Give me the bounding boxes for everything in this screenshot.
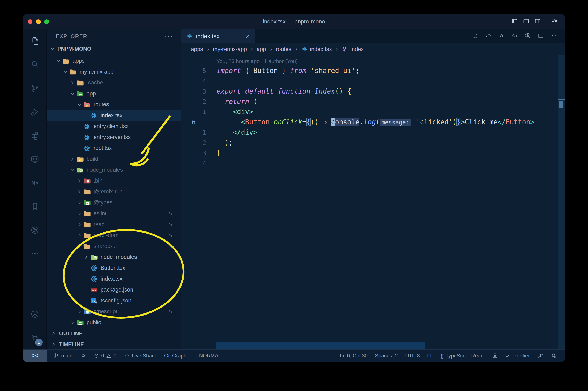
explorer-icon[interactable] [23, 29, 46, 53]
timeline-section-header[interactable]: TIMELINE [47, 339, 181, 349]
chevron-right-icon[interactable] [69, 156, 76, 163]
breadcrumb-index-tsx[interactable]: index.tsx [310, 46, 332, 52]
remote-indicator[interactable]: >< [23, 350, 47, 362]
extensions-icon[interactable] [23, 123, 46, 147]
breadcrumb-symbol-index[interactable]: Index [350, 46, 364, 52]
tree-item-public[interactable]: public [47, 317, 181, 328]
toggle-panel-icon[interactable] [523, 18, 529, 25]
go-back-icon[interactable] [485, 32, 491, 40]
chevron-down-icon[interactable] [55, 58, 62, 65]
code-line[interactable]: 3} [181, 148, 557, 158]
breadcrumb-routes[interactable]: routes [276, 46, 291, 52]
breadcrumb-apps[interactable]: apps [191, 46, 203, 52]
breadcrumb-my-remix-app[interactable]: my-remix-app [213, 46, 247, 52]
feedback-button[interactable] [537, 353, 543, 359]
notifications-button[interactable] [551, 353, 557, 359]
close-tab-icon[interactable]: × [246, 32, 250, 40]
tree-item-tsconfig.json[interactable]: TStsconfig.json [47, 295, 181, 306]
search-icon[interactable] [23, 53, 46, 76]
tree-item-Button.tsx[interactable]: Button.tsx [47, 263, 181, 273]
more-views-icon[interactable] [23, 242, 46, 265]
chevron-down-icon[interactable] [76, 243, 83, 250]
chevron-down-icon[interactable] [76, 101, 83, 108]
tree-item-entry.client.tsx[interactable]: entry.client.tsx [47, 121, 181, 132]
tree-item-apps[interactable]: apps [47, 56, 181, 66]
tree-item-typescript[interactable]: TStypescript [47, 306, 181, 317]
chevron-right-icon[interactable] [69, 319, 76, 326]
code-line[interactable]: 5import { Button } from 'shared-ui'; [181, 66, 557, 76]
chevron-right-icon[interactable] [76, 188, 83, 195]
close-window-button[interactable] [28, 19, 32, 24]
chevron-down-icon[interactable] [69, 90, 76, 97]
tree-item-eslint[interactable]: eslint [47, 208, 181, 219]
code-line[interactable]: 2 ); [181, 138, 557, 148]
source-control-icon[interactable] [23, 76, 46, 100]
vim-mode-indicator[interactable]: -- NORMAL -- [194, 353, 226, 359]
chevron-right-icon[interactable] [76, 232, 83, 239]
chevron-right-icon[interactable] [76, 177, 83, 184]
customize-layout-icon[interactable] [551, 18, 558, 25]
accounts-icon[interactable] [23, 302, 46, 326]
toggle-secondary-sidebar-icon[interactable] [534, 18, 541, 25]
run-debug-icon[interactable] [23, 100, 46, 123]
tree-item-index.tsx[interactable]: index.tsx [47, 110, 181, 121]
language-mode-status[interactable]: {} TypeScript React [441, 353, 485, 359]
bookmarks-icon[interactable] [23, 195, 46, 218]
tree-item-@types[interactable]: TS@types [47, 197, 181, 208]
horizontal-scrollbar[interactable] [216, 342, 425, 349]
tree-item-entry.server.tsx[interactable]: entry.server.tsx [47, 132, 181, 143]
live-share-button[interactable]: Live Share [124, 353, 156, 359]
tab-index-tsx[interactable]: index.tsx × [181, 29, 255, 43]
tree-item-.bin[interactable]: 0110.bin [47, 175, 181, 186]
chevron-right-icon[interactable] [83, 254, 90, 261]
tree-item-node_modules[interactable]: JSnode_modules [47, 165, 181, 175]
chevron-right-icon[interactable] [76, 199, 83, 206]
minimize-window-button[interactable] [36, 19, 41, 24]
go-forward-icon[interactable] [511, 32, 518, 40]
git-branch-status[interactable]: main [54, 353, 72, 359]
code-editor[interactable]: You, 23 hours ago | 1 author (You) 5impo… [181, 55, 565, 349]
tree-item-@remix-run[interactable]: @remix-run [47, 186, 181, 197]
chevron-right-icon[interactable] [76, 221, 83, 228]
vertical-scrollbar[interactable] [558, 55, 565, 349]
split-editor-icon[interactable] [538, 32, 544, 40]
more-actions-icon[interactable] [551, 32, 557, 40]
tree-item-.cache[interactable]: .cache [47, 77, 181, 88]
cursor-position-status[interactable]: Ln 6, Col 30 [340, 353, 368, 359]
indentation-status[interactable]: Spaces: 2 [375, 353, 398, 359]
toggle-primary-sidebar-icon[interactable] [511, 18, 518, 25]
outline-section-header[interactable]: OUTLINE [47, 328, 181, 339]
git-graph-button[interactable]: Git Graph [164, 353, 187, 359]
zoom-window-button[interactable] [44, 19, 49, 24]
code-line[interactable]: 6 <Button onClick={() ⇒ console.log(mess… [181, 117, 557, 127]
encoding-status[interactable]: UTF-8 [405, 353, 420, 359]
chevron-right-icon[interactable] [76, 210, 83, 217]
eol-status[interactable]: LF [427, 353, 433, 359]
tree-item-node_modules[interactable]: JSnode_modules [47, 252, 181, 263]
code-line[interactable]: 1 <div> [181, 107, 557, 117]
tree-item-shared-ui[interactable]: shared-ui [47, 241, 181, 252]
tree-item-index.tsx[interactable]: index.tsx [47, 273, 181, 284]
chevron-down-icon[interactable] [62, 69, 69, 76]
tree-item-root.tsx[interactable]: root.tsx [47, 143, 181, 154]
breadcrumb-app[interactable]: app [257, 46, 266, 52]
settings-gear-icon[interactable]: 1 [23, 326, 46, 349]
tree-item-my-remix-app[interactable]: my-remix-app [47, 66, 181, 77]
chevron-right-icon[interactable] [76, 308, 83, 315]
chevron-right-icon[interactable] [69, 79, 76, 86]
code-line[interactable]: 3export default function Index() { [181, 86, 557, 97]
explorer-more-actions-icon[interactable]: ··· [165, 34, 173, 38]
code-line[interactable]: 4 [181, 158, 557, 168]
tree-item-react[interactable]: react [47, 219, 181, 230]
current-position-icon[interactable] [498, 32, 505, 40]
history-icon[interactable] [472, 32, 479, 40]
problems-status[interactable]: 0 0 [94, 353, 116, 359]
git-graph-view-icon[interactable] [23, 218, 46, 242]
remote-explorer-icon[interactable] [23, 147, 46, 171]
tree-item-build[interactable]: build [47, 154, 181, 165]
tree-item-package.json[interactable]: npmpackage.json [47, 284, 181, 295]
code-line[interactable]: 2 return ( [181, 97, 557, 107]
prettier-status[interactable]: Prettier [505, 353, 530, 359]
sync-changes-button[interactable] [80, 353, 86, 359]
chevron-down-icon[interactable] [69, 167, 76, 174]
